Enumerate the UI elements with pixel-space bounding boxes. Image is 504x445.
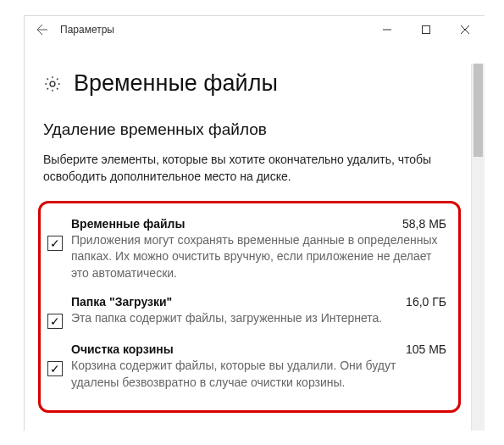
content-area: Временные файлы Удаление временных файло…: [25, 43, 485, 413]
item-description: Корзина содержит файлы, которые вы удали…: [71, 358, 446, 391]
item-description: Приложения могут сохранять временные дан…: [71, 232, 446, 282]
svg-point-1: [50, 81, 55, 86]
titlebar: Параметры: [25, 16, 485, 43]
item-head: Очистка корзины 105 МБ: [71, 342, 446, 356]
minimize-button[interactable]: [368, 16, 407, 43]
item-body: Папка "Загрузки" 16,0 ГБ Эта папка содер…: [71, 295, 446, 327]
downloads-checkbox[interactable]: ✓: [47, 314, 63, 329]
scrollbar[interactable]: [471, 64, 485, 431]
item-title: Очистка корзины: [71, 342, 174, 356]
settings-window: Параметры Временные файлы Удаление вре: [24, 15, 485, 431]
recycle-bin-checkbox[interactable]: ✓: [47, 361, 63, 376]
gear-icon: [43, 75, 62, 93]
page-header: Временные файлы: [43, 70, 466, 97]
recycle-bin-item: ✓ Очистка корзины 105 МБ Корзина содержи…: [47, 337, 446, 399]
app-title: Параметры: [60, 24, 114, 36]
temp-files-item: ✓ Временные файлы 58,8 МБ Приложения мог…: [47, 212, 446, 291]
item-size: 105 МБ: [406, 342, 446, 356]
section-title: Удаление временных файлов: [43, 120, 466, 139]
items-highlight: ✓ Временные файлы 58,8 МБ Приложения мог…: [38, 201, 461, 413]
close-button[interactable]: [446, 16, 485, 43]
item-title: Временные файлы: [71, 217, 185, 231]
item-title: Папка "Загрузки": [71, 295, 172, 309]
window-controls: [368, 16, 485, 43]
item-size: 58,8 МБ: [402, 217, 446, 231]
section-description: Выберите элементы, которые вы хотите око…: [43, 151, 441, 186]
item-head: Временные файлы 58,8 МБ: [71, 217, 446, 231]
page-title: Временные файлы: [74, 70, 278, 97]
downloads-item: ✓ Папка "Загрузки" 16,0 ГБ Эта папка сод…: [47, 290, 446, 337]
maximize-button[interactable]: [407, 16, 446, 43]
svg-rect-0: [423, 26, 430, 34]
item-description: Эта папка содержит файлы, загруженные из…: [71, 310, 446, 327]
item-head: Папка "Загрузки" 16,0 ГБ: [71, 295, 446, 309]
item-body: Временные файлы 58,8 МБ Приложения могут…: [71, 217, 446, 282]
temp-files-checkbox[interactable]: ✓: [47, 236, 63, 251]
back-button[interactable]: [25, 16, 60, 43]
item-size: 16,0 ГБ: [406, 295, 446, 309]
scrollbar-thumb[interactable]: [474, 64, 483, 157]
item-body: Очистка корзины 105 МБ Корзина содержит …: [71, 342, 446, 391]
